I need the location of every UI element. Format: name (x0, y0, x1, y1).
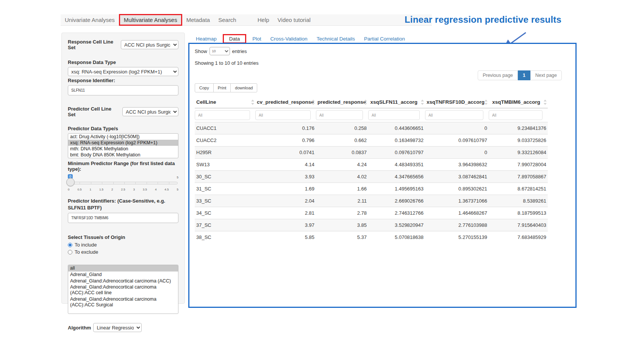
value-cell: 0.0741 (255, 147, 316, 159)
column-header-xsqtmbim6[interactable]: xsqTMBIM6_accorg (489, 96, 548, 108)
predictor-data-type-option[interactable]: mth: DNA 850K Methylation (68, 146, 178, 152)
slider-handle[interactable] (66, 178, 75, 186)
predictor-cell-line-set-select[interactable]: ACC NCI plus Surgical (122, 107, 178, 116)
value-cell: 5.270155139 (425, 231, 489, 243)
sort-icon[interactable] (251, 100, 255, 105)
nav-search[interactable]: Search (214, 15, 241, 25)
value-cell: 0.176 (255, 122, 316, 134)
slider-max-label: 5 (177, 176, 178, 179)
filter-input-xsqtnfrsf10d[interactable] (425, 110, 483, 120)
nav-univariate-analyses[interactable]: Univariate Analyses (61, 15, 119, 25)
tab-partial-correlation[interactable]: Partial Correlation (360, 34, 410, 43)
value-cell: 4.24 (316, 159, 368, 171)
top-navbar: Univariate Analyses Multivariate Analyse… (61, 14, 432, 26)
column-header-xsqtnfrsf10d[interactable]: xsqTNFRSF10D_accorg (425, 96, 489, 108)
column-header-xsqslfn11[interactable]: xsqSLFN11_accorg (368, 96, 425, 108)
next-page-button[interactable]: Next page (530, 70, 562, 80)
value-cell: 4.483493351 (368, 159, 425, 171)
nav-video-tutorial[interactable]: Video tutorial (274, 15, 315, 25)
slider-tick-label: 5 (177, 188, 178, 191)
filter-input-xsqtmbim6[interactable] (489, 110, 542, 120)
value-cell: 1.66 (316, 183, 368, 195)
radio-icon[interactable] (68, 250, 72, 254)
response-data-type-select[interactable]: xsq: RNA-seq Expression (log2 FPKM+1) (68, 67, 178, 76)
value-cell: 2.04 (255, 195, 316, 207)
page-length-select[interactable]: 10 (209, 47, 230, 55)
nav-help[interactable]: Help (253, 15, 274, 25)
radio-icon[interactable] (68, 243, 72, 247)
predictor-data-type-option[interactable]: xsq: RNA-seq Expression (log2 FPKM+1) (68, 140, 178, 146)
value-cell: 0.097610797 (368, 147, 425, 159)
tissue-option[interactable]: Adrenal_Gland:Adrenocortical carcinoma (… (68, 284, 178, 296)
slider-tick-label: 0.5 (77, 188, 81, 191)
value-cell: 2.746312766 (368, 207, 425, 219)
table-row: 37_SC3.973.853.5298209472.7761039887.915… (195, 219, 548, 231)
slider-tick-label: 2 (111, 188, 113, 191)
value-cell: 1.495695163 (368, 183, 425, 195)
tissue-exclude-radio[interactable]: To exclude (68, 249, 178, 255)
download-button[interactable]: download (230, 83, 257, 92)
sort-icon[interactable] (364, 100, 367, 105)
predictor-cell-line-set-label: Predictor Cell Line Set (68, 106, 120, 117)
filter-input-predicted-response[interactable] (316, 110, 363, 120)
table-row: CUACC20.7960.6620.1634987320.0976107979.… (195, 134, 548, 147)
tab-data[interactable]: Data (223, 34, 247, 44)
predictor-identifiers-input[interactable] (68, 213, 178, 223)
table-row: CUACC10.1760.2580.44360665109.234841376 (195, 122, 548, 134)
tissue-option[interactable]: all (68, 265, 178, 272)
algorithm-select[interactable]: Linear Regression (93, 323, 142, 332)
slider-tick-label: 1 (89, 188, 91, 191)
tissue-listbox: all Adrenal_Gland Adrenal_Gland:Adrenoco… (68, 265, 178, 314)
value-cell: 0 (425, 147, 489, 159)
value-cell: 4.14 (255, 159, 316, 171)
table-row: SW134.144.244.4834933513.9643986327.9907… (195, 159, 548, 171)
response-identifier-input[interactable] (68, 85, 178, 95)
tissue-option[interactable]: Adrenal_Gland (68, 272, 178, 278)
slider-tick-label: 2.5 (121, 188, 125, 191)
tissue-include-radio[interactable]: To include (68, 242, 178, 248)
tab-technical-details[interactable]: Technical Details (312, 34, 360, 43)
value-cell: 7.915640403 (489, 219, 548, 231)
value-cell: 9.234841376 (489, 122, 548, 134)
cellline-cell: 31_SC (195, 183, 255, 195)
value-cell: 0.163498732 (368, 134, 425, 147)
value-cell: 5.37 (316, 231, 368, 243)
page-number-button[interactable]: 1 (518, 70, 530, 80)
predictor-data-type-option[interactable]: act: Drug Activity (-log10[IC50M]) (68, 134, 178, 140)
tissue-option[interactable]: Adrenal_Gland:Adrenocortical carcinoma (… (68, 278, 178, 284)
sort-icon[interactable] (312, 100, 315, 105)
value-cell: 8.187599513 (489, 207, 548, 219)
filter-input-xsqslfn11[interactable] (368, 110, 420, 120)
value-cell: 4.347665656 (368, 171, 425, 183)
copy-button[interactable]: Copy (195, 83, 214, 92)
tab-cross-validation[interactable]: Cross-Validation (266, 34, 312, 43)
slider-tick-label: 3.5 (143, 188, 147, 191)
predictor-data-type-option[interactable]: bmt: Body DNA 850K Methylation (68, 152, 178, 158)
column-header-cellline[interactable]: CellLine (195, 96, 255, 108)
nav-multivariate-analyses[interactable]: Multivariate Analyses (119, 14, 182, 26)
print-button[interactable]: Print (213, 83, 231, 92)
sort-icon[interactable] (485, 100, 488, 105)
column-header-cv-predicted-response[interactable]: cv_predicted_response (255, 96, 316, 108)
cellline-cell: SW13 (195, 159, 255, 171)
previous-page-button[interactable]: Previous page (478, 70, 518, 80)
tab-plot[interactable]: Plot (248, 34, 266, 43)
table-row: 30_SC3.934.024.3476656563.0874628417.897… (195, 171, 548, 183)
result-tabs: Heatmap Data Plot Cross-Validation Techn… (191, 34, 410, 44)
table-row: 34_SC2.812.782.7463127661.4646682678.187… (195, 207, 548, 219)
value-cell: 3.964398632 (425, 159, 489, 171)
filter-input-cv-predicted-response[interactable] (255, 110, 311, 120)
sort-icon[interactable] (421, 100, 424, 105)
page: Univariate Analyses Multivariate Analyse… (0, 0, 644, 362)
filter-input-cellline[interactable] (195, 110, 250, 120)
cellline-cell: 33_SC (195, 195, 255, 207)
response-cell-line-set-select[interactable]: ACC NCI plus Surgical (121, 40, 178, 49)
sort-icon[interactable] (544, 100, 547, 105)
tissue-option[interactable]: Adrenal_Gland:Adrenocortical carcinoma (… (68, 296, 178, 308)
min-predictor-range-slider: 0 5 00.511.522.533.544.55 (68, 175, 178, 192)
column-header-predicted-response[interactable]: predicted_response (316, 96, 368, 108)
nav-metadata[interactable]: Metadata (182, 15, 214, 25)
slider-track[interactable] (69, 182, 178, 184)
table-row: 38_SC5.855.375.0708186385.2701551397.683… (195, 231, 548, 243)
tab-heatmap[interactable]: Heatmap (191, 34, 221, 43)
